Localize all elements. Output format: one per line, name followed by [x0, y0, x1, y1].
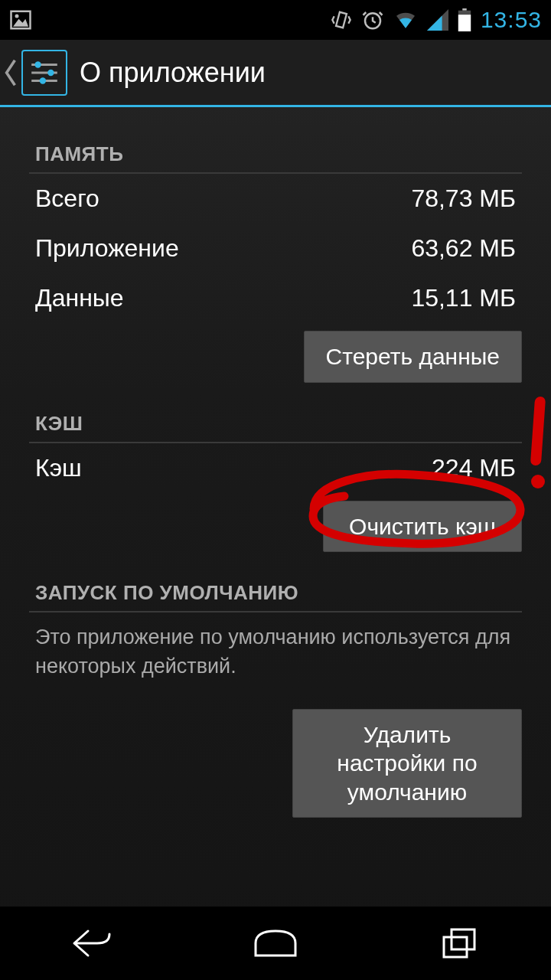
status-clock: 13:53: [481, 7, 542, 33]
launch-description: Это приложение по умолчанию используется…: [23, 612, 528, 681]
signal-icon: [427, 9, 448, 31]
nav-bar: [0, 906, 551, 980]
page-title: О приложении: [80, 57, 266, 89]
cache-value: 224 МБ: [432, 454, 516, 482]
svg-point-15: [40, 77, 46, 83]
clear-defaults-button[interactable]: Удалить настройки по умолчанию: [292, 709, 522, 818]
svg-rect-7: [462, 8, 466, 11]
section-header-memory: ПАМЯТЬ: [23, 121, 528, 172]
memory-row-app: Приложение 63,62 МБ: [23, 224, 528, 273]
memory-data-label: Данные: [35, 284, 124, 312]
nav-back-button[interactable]: [34, 920, 149, 966]
memory-total-value: 78,73 МБ: [411, 185, 516, 213]
memory-app-value: 63,62 МБ: [411, 234, 516, 263]
settings-sliders-icon: [21, 50, 67, 96]
memory-total-label: Всего: [35, 185, 99, 213]
memory-row-data: Данные 15,11 МБ: [23, 273, 528, 323]
svg-rect-17: [452, 929, 474, 949]
svg-point-14: [47, 69, 54, 75]
nav-recent-button[interactable]: [402, 920, 517, 966]
svg-marker-6: [427, 15, 442, 31]
svg-point-13: [34, 61, 41, 67]
status-bar: 13:53: [0, 0, 551, 40]
memory-row-total: Всего 78,73 МБ: [23, 174, 528, 224]
memory-data-value: 15,11 МБ: [411, 284, 516, 312]
nav-home-button[interactable]: [218, 920, 333, 966]
cache-label: Кэш: [35, 454, 82, 482]
section-header-cache: КЭШ: [23, 390, 528, 442]
battery-icon: [458, 8, 471, 31]
section-header-launch: ЗАПУСК ПО УМОЛЧАНИЮ: [23, 560, 528, 611]
alarm-icon: [361, 8, 384, 31]
svg-rect-3: [336, 12, 347, 28]
wifi-icon: [393, 9, 418, 31]
svg-marker-1: [13, 19, 28, 27]
svg-point-2: [15, 15, 19, 18]
svg-rect-16: [444, 937, 467, 957]
gallery-icon: [9, 8, 32, 31]
action-bar[interactable]: О приложении: [0, 40, 551, 107]
clear-data-button[interactable]: Стереть данные: [304, 331, 522, 383]
clear-cache-button[interactable]: Очистить кэш: [323, 501, 522, 553]
vibrate-icon: [331, 9, 352, 31]
back-chevron-icon[interactable]: [0, 39, 21, 106]
cache-row: Кэш 224 МБ: [23, 443, 528, 493]
memory-app-label: Приложение: [35, 234, 179, 263]
svg-rect-9: [458, 15, 471, 31]
